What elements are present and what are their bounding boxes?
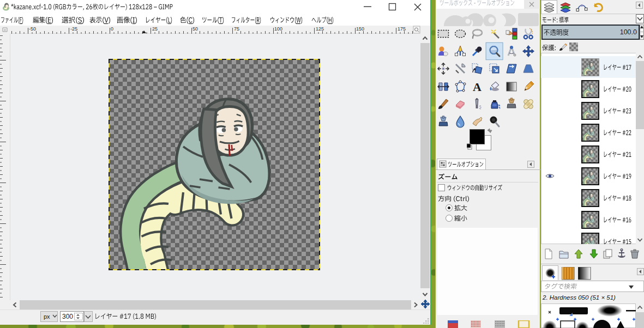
svg-text:A: A (473, 80, 482, 94)
svg-text:75: 75 (234, 26, 239, 32)
svg-text:50: 50 (192, 26, 198, 32)
svg-text:100: 100 (274, 26, 282, 32)
svg-text:25: 25 (152, 26, 158, 32)
svg-text:150: 150 (356, 26, 364, 32)
svg-text:125: 125 (316, 26, 324, 32)
svg-text:0: 0 (111, 26, 113, 32)
svg-text:-50: -50 (29, 26, 36, 32)
svg-text:-25: -25 (70, 26, 77, 32)
svg-text:175: 175 (398, 26, 406, 32)
